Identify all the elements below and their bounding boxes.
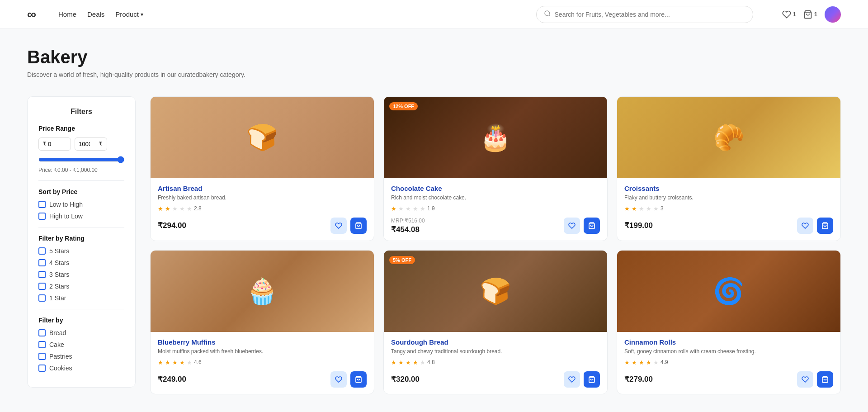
sort-low-to-high-label: Low to High xyxy=(49,201,83,208)
product-card-blueberry-muffins: 🧁 Blueberry Muffins Moist muffins packed… xyxy=(150,250,374,394)
star-2: ★ xyxy=(165,359,170,366)
filter-panel: Filters Price Range ₹ 0 1000 ₹ Price: ₹0… xyxy=(27,96,136,388)
category-bread-label: Bread xyxy=(49,329,66,336)
product-description: Rich and moist chocolate cake. xyxy=(391,194,600,202)
rating-5-checkbox[interactable] xyxy=(38,247,46,255)
cart-count: 1 xyxy=(814,11,817,18)
rating-2-checkbox[interactable] xyxy=(38,283,46,290)
rating-2-stars[interactable]: 2 Stars xyxy=(38,283,124,290)
price-min-input[interactable]: ₹ 0 xyxy=(38,137,71,151)
category-cookies[interactable]: Cookies xyxy=(38,365,124,372)
price-range-slider[interactable] xyxy=(38,156,124,163)
add-to-wishlist-button[interactable] xyxy=(330,371,347,388)
rating-5-stars[interactable]: 5 Stars xyxy=(38,247,124,255)
star-3: ★ xyxy=(406,359,411,366)
add-to-wishlist-button[interactable] xyxy=(330,218,347,234)
star-4: ★ xyxy=(413,359,418,366)
category-cake-checkbox[interactable] xyxy=(38,341,46,348)
rating-number: 2.8 xyxy=(194,205,202,212)
rating-4-stars[interactable]: 4 Stars xyxy=(38,259,124,266)
add-to-cart-button[interactable] xyxy=(350,218,367,234)
search-icon xyxy=(544,10,551,19)
category-pastries[interactable]: Pastries xyxy=(38,353,124,360)
cart-button[interactable]: 1 xyxy=(803,10,817,19)
product-rating: ★★★★★ 1.9 xyxy=(391,205,600,212)
nav-deals[interactable]: Deals xyxy=(87,10,104,18)
product-info: Chocolate Cake Rich and moist chocolate … xyxy=(384,178,607,241)
product-name: Cinnamon Rolls xyxy=(624,338,833,346)
product-description: Tangy and chewy traditional sourdough br… xyxy=(391,348,600,355)
sort-by-price-label: Sort by Price xyxy=(38,188,124,195)
star-4: ★ xyxy=(179,359,185,366)
product-footer: ₹320.00 xyxy=(391,371,600,388)
category-cookies-checkbox[interactable] xyxy=(38,365,46,372)
discount-badge: 5% OFF xyxy=(389,256,415,264)
product-actions xyxy=(797,371,833,388)
product-info: Blueberry Muffins Moist muffins packed w… xyxy=(151,332,374,394)
sort-high-to-low[interactable]: High to Low xyxy=(38,213,124,220)
add-to-cart-button[interactable] xyxy=(817,218,833,234)
sort-high-to-low-checkbox[interactable] xyxy=(38,213,46,220)
star-5: ★ xyxy=(187,205,192,212)
star-3: ★ xyxy=(172,205,178,212)
price-range-label: Price Range xyxy=(38,125,124,132)
product-info: Cinnamon Rolls Soft, gooey cinnamon roll… xyxy=(617,332,840,394)
star-1: ★ xyxy=(158,205,163,212)
category-bread[interactable]: Bread xyxy=(38,329,124,336)
nav-product[interactable]: Product ▾ xyxy=(115,10,143,18)
rating-number: 4.9 xyxy=(660,359,668,365)
rating-4-checkbox[interactable] xyxy=(38,259,46,266)
category-pastries-checkbox[interactable] xyxy=(38,353,46,360)
star-3: ★ xyxy=(639,205,644,212)
product-price: ₹249.00 xyxy=(158,374,186,384)
product-description: Moist muffins packed with fresh blueberr… xyxy=(158,348,367,355)
category-cake[interactable]: Cake xyxy=(38,341,124,348)
price-max-input[interactable]: 1000 ₹ xyxy=(75,137,107,151)
star-3: ★ xyxy=(639,359,644,366)
star-1: ★ xyxy=(158,359,163,366)
star-1: ★ xyxy=(391,359,396,366)
product-rating: ★★★★★ 4.8 xyxy=(391,359,600,366)
search-input[interactable] xyxy=(555,11,745,18)
sort-low-to-high-checkbox[interactable] xyxy=(38,201,46,208)
wishlist-button[interactable]: 1 xyxy=(782,10,796,19)
product-actions xyxy=(330,371,367,388)
star-3: ★ xyxy=(172,359,178,366)
rating-3-checkbox[interactable] xyxy=(38,271,46,278)
product-info: Artisan Bread Freshly baked artisan brea… xyxy=(151,178,374,240)
sidebar: Filters Price Range ₹ 0 1000 ₹ Price: ₹0… xyxy=(27,96,136,394)
add-to-wishlist-button[interactable] xyxy=(797,218,813,234)
product-footer: ₹249.00 xyxy=(158,371,367,388)
star-2: ★ xyxy=(632,205,637,212)
product-rating: ★★★★★ 3 xyxy=(624,205,833,212)
product-image: 🌀 xyxy=(617,251,840,332)
add-to-wishlist-button[interactable] xyxy=(564,218,580,234)
avatar[interactable] xyxy=(825,6,841,23)
add-to-cart-button[interactable] xyxy=(817,371,833,388)
star-5: ★ xyxy=(653,205,659,212)
chevron-down-icon: ▾ xyxy=(141,11,143,18)
add-to-cart-button[interactable] xyxy=(584,371,600,388)
rating-1-star[interactable]: 1 Star xyxy=(38,294,124,302)
star-4: ★ xyxy=(179,205,185,212)
product-footer: MRP:₹516.00 ₹454.08 xyxy=(391,218,600,234)
rating-3-stars[interactable]: 3 Stars xyxy=(38,271,124,278)
add-to-wishlist-button[interactable] xyxy=(797,371,813,388)
main-content: Bakery Discover a world of fresh, high-q… xyxy=(0,29,868,412)
add-to-cart-button[interactable] xyxy=(350,371,367,388)
product-image: 🧁 xyxy=(151,251,374,332)
rating-1-checkbox[interactable] xyxy=(38,294,46,302)
product-name: Artisan Bread xyxy=(158,185,367,192)
rating-3-label: 3 Stars xyxy=(49,271,69,278)
category-bread-checkbox[interactable] xyxy=(38,329,46,336)
star-1: ★ xyxy=(391,205,396,212)
nav-icons: 1 1 xyxy=(782,6,841,23)
nav-home[interactable]: Home xyxy=(58,10,76,18)
filter-rating-label: Filter by Rating xyxy=(38,235,124,242)
product-rating: ★★★★★ 4.9 xyxy=(624,359,833,366)
add-to-cart-button[interactable] xyxy=(584,218,600,234)
sort-low-to-high[interactable]: Low to High xyxy=(38,201,124,208)
add-to-wishlist-button[interactable] xyxy=(564,371,580,388)
star-1: ★ xyxy=(624,359,630,366)
star-2: ★ xyxy=(398,205,404,212)
